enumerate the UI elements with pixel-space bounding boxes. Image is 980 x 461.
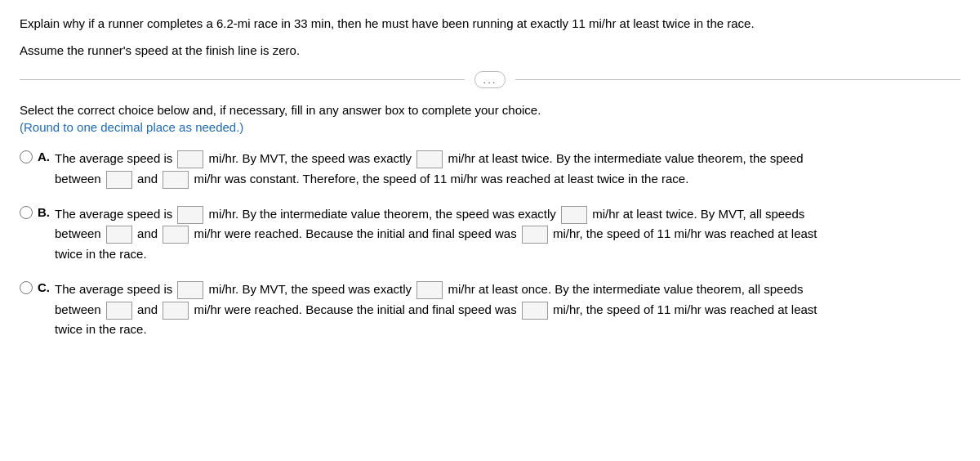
instruction-main: Select the correct choice below and, if … bbox=[20, 103, 960, 117]
choice-b-line1-mid1: mi/hr. By the intermediate value theorem… bbox=[209, 207, 556, 221]
problem-line2: Assume the runner's speed at the finish … bbox=[20, 42, 960, 60]
choice-c-content: The average speed is mi/hr. By MVT, the … bbox=[55, 280, 817, 340]
choice-c-line2-mid: and bbox=[137, 302, 158, 316]
choice-b-line1-pre: The average speed is bbox=[55, 207, 172, 221]
choice-a-line1-pre: The average speed is bbox=[55, 151, 172, 165]
choice-a-label[interactable]: A. bbox=[38, 150, 50, 163]
choice-c-line2-pre: between bbox=[55, 302, 101, 316]
divider-line-left bbox=[20, 79, 465, 80]
choice-b-input3[interactable] bbox=[106, 226, 132, 244]
choice-b-input5[interactable] bbox=[522, 226, 548, 244]
problem-line1: Explain why if a runner completes a 6.2-… bbox=[20, 15, 960, 34]
choice-c-line1-mid1: mi/hr. By MVT, the speed was exactly bbox=[209, 282, 412, 296]
choice-c-line2-post1: mi/hr were reached. Because the initial … bbox=[194, 302, 516, 316]
choice-c-input2[interactable] bbox=[416, 281, 443, 299]
choice-a-line1-mid2: mi/hr at least twice. By the intermediat… bbox=[448, 151, 803, 165]
choice-b-line2-pre: between bbox=[55, 226, 101, 240]
choice-b-line2-mid: and bbox=[137, 226, 158, 240]
choice-a-line2-mid: and bbox=[137, 172, 158, 186]
radio-c[interactable] bbox=[20, 281, 33, 294]
choice-a-input3[interactable] bbox=[106, 171, 132, 189]
radio-a-wrap[interactable] bbox=[20, 150, 33, 166]
choice-c-input4[interactable] bbox=[163, 302, 189, 320]
choices-container: A. The average speed is mi/hr. By MVT, t… bbox=[20, 149, 960, 340]
choice-c-input3[interactable] bbox=[106, 302, 132, 320]
choice-a-input1[interactable] bbox=[177, 150, 203, 168]
choice-c-line2-post2: mi/hr, the speed of 11 mi/hr was reached… bbox=[553, 302, 817, 316]
radio-b[interactable] bbox=[20, 206, 33, 219]
divider-line-right bbox=[515, 79, 960, 80]
choice-b-content: The average speed is mi/hr. By the inter… bbox=[55, 204, 817, 265]
choice-c-line3: twice in the race. bbox=[55, 322, 147, 336]
choice-c-label[interactable]: C. bbox=[38, 280, 50, 294]
divider-dots: ... bbox=[474, 71, 506, 88]
choice-b-input2[interactable] bbox=[561, 206, 587, 224]
choice-b-row: B. The average speed is mi/hr. By the in… bbox=[20, 204, 960, 265]
choice-c-input1[interactable] bbox=[177, 281, 203, 299]
choice-b-input1[interactable] bbox=[177, 206, 203, 224]
choice-b-line1-mid2: mi/hr at least twice. By MVT, all speeds bbox=[592, 207, 804, 221]
choice-a-line2-pre: between bbox=[55, 172, 101, 186]
choice-b-line2-post1: mi/hr were reached. Because the initial … bbox=[194, 226, 516, 240]
problem-statement: Explain why if a runner completes a 6.2-… bbox=[20, 15, 960, 60]
choice-a-line1-mid1: mi/hr. By MVT, the speed was exactly bbox=[209, 151, 412, 165]
choice-c-line1-pre: The average speed is bbox=[55, 282, 172, 296]
choice-a-content: The average speed is mi/hr. By MVT, the … bbox=[55, 149, 804, 190]
choice-a-input2[interactable] bbox=[416, 150, 443, 168]
choice-c-input5[interactable] bbox=[522, 302, 548, 320]
radio-b-wrap[interactable] bbox=[20, 206, 33, 222]
choice-c-row: C. The average speed is mi/hr. By MVT, t… bbox=[20, 280, 960, 340]
choice-b-line2-post2: mi/hr, the speed of 11 mi/hr was reached… bbox=[553, 226, 817, 240]
choice-a-row: A. The average speed is mi/hr. By MVT, t… bbox=[20, 149, 960, 190]
choice-a-line2-post: mi/hr was constant. Therefore, the speed… bbox=[194, 172, 688, 186]
instruction-round: (Round to one decimal place as needed.) bbox=[20, 120, 960, 134]
choice-b-line3: twice in the race. bbox=[55, 247, 147, 261]
choice-c-line1-mid2: mi/hr at least once. By the intermediate… bbox=[448, 282, 803, 296]
radio-c-wrap[interactable] bbox=[20, 281, 33, 297]
radio-a[interactable] bbox=[20, 150, 33, 163]
divider: ... bbox=[20, 71, 960, 88]
choice-a-input4[interactable] bbox=[163, 171, 189, 189]
choice-b-input4[interactable] bbox=[163, 226, 189, 244]
choice-b-label[interactable]: B. bbox=[38, 205, 50, 219]
